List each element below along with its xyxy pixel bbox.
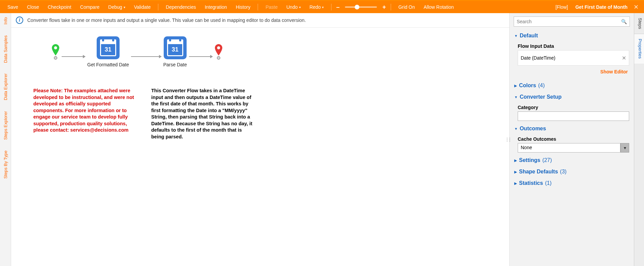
topbar-wrap: Save Close Checkpoint Compare Debug Vali… — [0, 0, 644, 13]
section-outcomes-content: Cache Outcomes None ▾ — [514, 134, 629, 155]
tab-data-samples[interactable]: Data Samples — [3, 34, 8, 64]
close-button[interactable]: Close — [23, 1, 43, 13]
save-button[interactable]: Save — [3, 1, 22, 13]
toolbar: Save Close Checkpoint Compare Debug Vali… — [0, 1, 644, 13]
flow-title: Get First Date of Month — [572, 4, 631, 10]
history-button[interactable]: History — [232, 1, 255, 13]
section-colors[interactable]: Colors (4) — [514, 80, 629, 91]
section-label: Default — [520, 33, 538, 39]
end-pin-icon — [215, 44, 223, 56]
zoom-out-button[interactable]: – — [335, 1, 341, 13]
section-label: Colors — [519, 82, 536, 89]
properties-body: Default Flow Input Data Date (DateTime) … — [510, 30, 634, 266]
center-pane: i Converter flows take in one or more in… — [11, 13, 509, 266]
paste-button[interactable]: Paste — [261, 1, 282, 13]
allow-rotation-button[interactable]: Allow Rotation — [420, 1, 458, 13]
app-root: Save Close Checkpoint Compare Debug Vali… — [0, 0, 644, 266]
node-label: Get Formatted Date — [87, 62, 129, 67]
panel-resize-handle[interactable]: ┆┆ — [506, 137, 511, 142]
zoom-thumb[interactable] — [355, 5, 359, 9]
section-outcomes[interactable]: Outcomes — [514, 123, 629, 134]
svg-point-0 — [54, 46, 57, 49]
redo-button[interactable]: Redo — [305, 1, 328, 13]
left-tab-strip: Info Data Samples Data Explorer Steps Ex… — [0, 13, 11, 266]
end-pin[interactable] — [215, 44, 223, 60]
section-settings[interactable]: Settings (27) — [514, 155, 629, 166]
node-get-formatted-date[interactable]: 31 Get Formatted Date — [87, 36, 129, 67]
calendar-day: 31 — [100, 44, 116, 56]
flow-arrow — [62, 56, 85, 57]
chevron-right-icon — [514, 159, 517, 162]
section-default-content: Flow Input Data Date (DateTime) ✕ Show E… — [514, 41, 629, 80]
calendar-day: 31 — [167, 44, 183, 56]
note-text: Please Note: The examples attached were … — [33, 88, 138, 140]
section-label: Settings — [519, 157, 540, 163]
category-input[interactable] — [518, 111, 629, 121]
flow-input-item[interactable]: Date (DateTime) ✕ — [518, 50, 629, 66]
node-parse-date[interactable]: 31 Parse Date — [163, 36, 187, 67]
integration-button[interactable]: Integration — [201, 1, 231, 13]
checkpoint-button[interactable]: Checkpoint — [44, 1, 75, 13]
dependencies-button[interactable]: Dependencies — [162, 1, 200, 13]
chevron-down-icon — [514, 127, 518, 131]
chevron-down-icon — [514, 34, 518, 38]
cache-outcomes-label: Cache Outcomes — [518, 135, 629, 143]
info-icon: i — [16, 16, 23, 24]
properties-panel: 🔍 Default Flow Input Data Date (DateTime… — [509, 13, 634, 266]
section-default[interactable]: Default — [514, 30, 629, 41]
section-label: Outcomes — [520, 126, 546, 132]
flow-arrow — [189, 56, 213, 57]
calendar-icon: 31 — [164, 36, 187, 59]
section-count: (3) — [560, 169, 567, 175]
zoom-slider[interactable] — [345, 6, 377, 8]
canvas-scroll[interactable]: 31 Get Formatted Date 31 Parse Date — [11, 28, 509, 266]
section-statistics[interactable]: Statistics (1) — [514, 177, 629, 189]
show-editor-link[interactable]: Show Editor — [518, 66, 629, 78]
section-count: (27) — [542, 157, 552, 163]
section-label: Statistics — [519, 180, 543, 186]
annotation-row: Please Note: The examples attached were … — [33, 88, 496, 140]
search-box[interactable]: 🔍 — [514, 16, 630, 27]
info-banner: i Converter flows take in one or more in… — [11, 13, 509, 28]
flow-input-data-label: Flow Input Data — [518, 42, 629, 50]
toolbar-separator — [258, 4, 258, 10]
flow-tag: [Flow] — [552, 4, 571, 10]
tab-steps-explorer[interactable]: Steps Explorer — [3, 110, 8, 141]
start-pin-icon — [52, 44, 60, 56]
flow-arrow — [131, 56, 161, 57]
section-count: (1) — [545, 180, 552, 186]
chevron-right-icon — [514, 170, 517, 174]
tab-info[interactable]: Info — [3, 16, 8, 26]
remove-input-icon[interactable]: ✕ — [622, 55, 626, 61]
tab-steps-by-type[interactable]: Steps By Type — [3, 149, 8, 180]
tab-steps[interactable]: Steps — [634, 13, 644, 34]
section-shape-defaults[interactable]: Shape Defaults (3) — [514, 166, 629, 177]
validate-button[interactable]: Validate — [130, 1, 155, 13]
search-input[interactable] — [517, 19, 621, 24]
tab-data-explorer[interactable]: Data Explorer — [3, 72, 8, 101]
undo-button[interactable]: Undo — [282, 1, 304, 13]
start-pin[interactable] — [52, 44, 60, 60]
flow-canvas[interactable]: 31 Get Formatted Date 31 Parse Date — [11, 28, 509, 230]
svg-point-1 — [217, 46, 220, 49]
tab-properties[interactable]: Properties — [634, 34, 644, 63]
dropdown-icon[interactable]: ▾ — [620, 143, 629, 153]
flow-input-item-text: Date (DateTime) — [521, 55, 555, 61]
chevron-down-icon — [514, 95, 518, 99]
toolbar-separator — [158, 4, 158, 10]
section-converter-setup[interactable]: Converter Setup — [514, 91, 629, 103]
debug-button[interactable]: Debug — [104, 1, 129, 13]
main: Info Data Samples Data Explorer Steps Ex… — [0, 13, 644, 266]
cache-outcomes-select[interactable]: None ▾ — [518, 143, 629, 153]
toolbar-separator — [391, 4, 391, 10]
close-flow-icon[interactable]: ✕ — [632, 3, 641, 11]
category-label: Category — [518, 103, 629, 111]
right-tab-strip: Steps Properties — [634, 13, 644, 266]
search-wrap: 🔍 — [510, 13, 634, 30]
end-connector-dot — [217, 56, 220, 60]
calendar-icon: 31 — [97, 36, 120, 59]
zoom-in-button[interactable]: + — [381, 1, 387, 13]
search-icon[interactable]: 🔍 — [621, 19, 627, 24]
grid-on-button[interactable]: Grid On — [394, 1, 419, 13]
compare-button[interactable]: Compare — [76, 1, 104, 13]
